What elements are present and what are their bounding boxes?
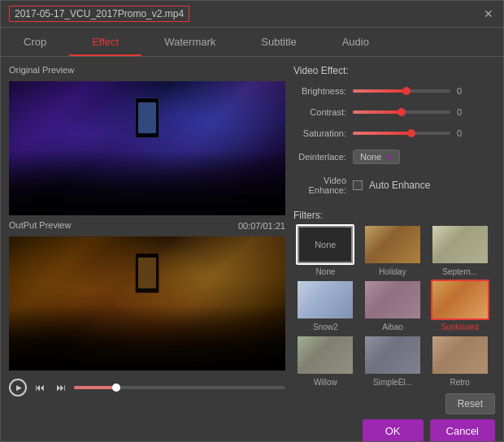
saturation-row: Saturation: 0 (293, 128, 495, 138)
filter-sunkissed[interactable]: Sunkissed (428, 280, 492, 332)
output-preview (9, 236, 285, 370)
prev-frame-button[interactable]: ⏮ (32, 379, 48, 396)
filter-willow[interactable]: Willow (293, 335, 358, 387)
brightness-fill (353, 89, 406, 93)
video-enhance-row: Video Enhance: Auto Enhance (293, 176, 495, 195)
progress-fill (74, 386, 116, 389)
filter-willow-thumb (296, 335, 354, 375)
filter-holiday-label: Holiday (379, 267, 406, 276)
filter-retro-label: Retro (450, 378, 469, 387)
contrast-thumb (398, 108, 406, 116)
contrast-value: 0 (457, 107, 467, 117)
output-phone-silhouette (135, 253, 159, 293)
filter-none-label: None (315, 267, 335, 276)
tab-subtitle[interactable]: Subtitle (238, 28, 319, 56)
filter-sunkissed-label: Sunkissed (441, 323, 479, 332)
output-silhouette-overlay (9, 306, 285, 370)
brightness-row: Brightness: 0 (293, 86, 495, 96)
filter-september[interactable]: Septem... (428, 224, 492, 276)
ok-button[interactable]: OK (363, 419, 424, 441)
brightness-thumb (402, 87, 411, 95)
timecode-label: 00:07/01:21 (238, 221, 285, 231)
deinterlace-value: None (360, 152, 381, 162)
filter-aibao-thumb (363, 280, 422, 320)
progress-thumb (112, 384, 120, 392)
saturation-value: 0 (457, 128, 467, 138)
filter-simpleel-label: SimpleEl... (373, 378, 412, 387)
output-preview-label: OutPut Preview (9, 220, 71, 230)
cancel-button[interactable]: Cancel (430, 419, 495, 441)
saturation-label: Saturation: (293, 128, 346, 138)
saturation-thumb (407, 129, 415, 137)
auto-enhance-label: Auto Enhance (369, 180, 430, 191)
filter-sunkissed-thumb (431, 280, 489, 320)
contrast-label: Contrast: (293, 107, 346, 117)
tab-watermark[interactable]: Watermark (141, 28, 238, 56)
tab-bar: Crop Effect Watermark Subtitle Audio (1, 28, 503, 57)
filter-aibao-label: Aibao (382, 323, 403, 332)
filter-september-label: Septem... (442, 267, 477, 276)
filter-simpleel-thumb (363, 335, 422, 375)
brightness-slider[interactable] (353, 89, 450, 93)
dialog-buttons: OK Cancel (363, 419, 495, 441)
play-icon: ▶ (16, 384, 22, 392)
contrast-fill (353, 110, 402, 114)
phone-silhouette (135, 98, 159, 138)
dropdown-arrow-icon: ▼ (385, 153, 393, 162)
tab-crop[interactable]: Crop (1, 28, 69, 56)
saturation-slider[interactable] (353, 132, 450, 135)
output-header: OutPut Preview 00:07/01:21 (9, 220, 285, 232)
playback-controls: ▶ ⏮ ⏭ (9, 375, 285, 400)
filter-holiday-thumb (363, 224, 422, 265)
filters-label: Filters: (293, 210, 495, 221)
brightness-value: 0 (457, 86, 467, 96)
video-enhance-label: Video Enhance: (293, 176, 346, 195)
tab-audio[interactable]: Audio (319, 28, 392, 56)
filters-section: Filters: None None (293, 210, 495, 387)
filter-snow2-thumb (296, 280, 354, 320)
filter-september-thumb (431, 224, 489, 265)
brightness-label: Brightness: (293, 86, 346, 96)
original-preview-label: Original Preview (9, 65, 285, 75)
output-phone-screen (138, 258, 156, 288)
contrast-slider[interactable] (353, 110, 450, 114)
contrast-row: Contrast: 0 (293, 107, 495, 117)
filter-grid: None None Holiday (293, 224, 495, 387)
filter-willow-label: Willow (314, 378, 337, 387)
original-preview (9, 81, 285, 215)
prev-icon: ⏮ (35, 382, 45, 393)
progress-bar[interactable] (74, 386, 285, 389)
filter-snow2-label: Snow2 (313, 323, 338, 332)
deinterlace-row: Deinterlace: None ▼ (293, 150, 495, 164)
video-effect-title: Video Effect: (293, 65, 495, 76)
reset-button[interactable]: Reset (445, 393, 495, 414)
next-icon: ⏭ (56, 382, 66, 393)
main-window: 2017-05-17_VCU_2017Promo_v2.mp4 ✕ Crop E… (0, 0, 504, 442)
deinterlace-select[interactable]: None ▼ (353, 150, 400, 164)
auto-enhance-checkbox[interactable] (353, 180, 363, 190)
play-button[interactable]: ▶ (9, 379, 27, 396)
filter-retro-thumb (431, 335, 489, 375)
right-bottom-actions: Reset OK Cancel (293, 393, 495, 441)
silhouette-overlay (9, 150, 285, 215)
right-panel: Video Effect: Brightness: 0 Contrast: 0 (293, 65, 495, 433)
main-content: Original Preview OutPut Preview 00:07/01… (1, 57, 503, 441)
filter-snow2[interactable]: Snow2 (293, 280, 358, 332)
filter-none[interactable]: None None (293, 224, 358, 276)
filter-simpleel[interactable]: SimpleEl... (361, 335, 425, 387)
saturation-fill (353, 132, 411, 135)
next-frame-button[interactable]: ⏭ (53, 379, 69, 396)
filename-label: 2017-05-17_VCU_2017Promo_v2.mp4 (9, 6, 189, 22)
phone-screen (138, 102, 156, 133)
filter-none-thumb: None (296, 224, 354, 265)
filter-holiday[interactable]: Holiday (361, 224, 425, 276)
left-panel: Original Preview OutPut Preview 00:07/01… (9, 65, 285, 433)
filter-retro[interactable]: Retro (428, 335, 492, 387)
deinterlace-label: Deinterlace: (293, 152, 346, 162)
filter-aibao[interactable]: Aibao (361, 280, 425, 332)
title-bar: 2017-05-17_VCU_2017Promo_v2.mp4 ✕ (1, 1, 503, 28)
close-button[interactable]: ✕ (482, 7, 495, 20)
tab-effect[interactable]: Effect (69, 28, 141, 56)
